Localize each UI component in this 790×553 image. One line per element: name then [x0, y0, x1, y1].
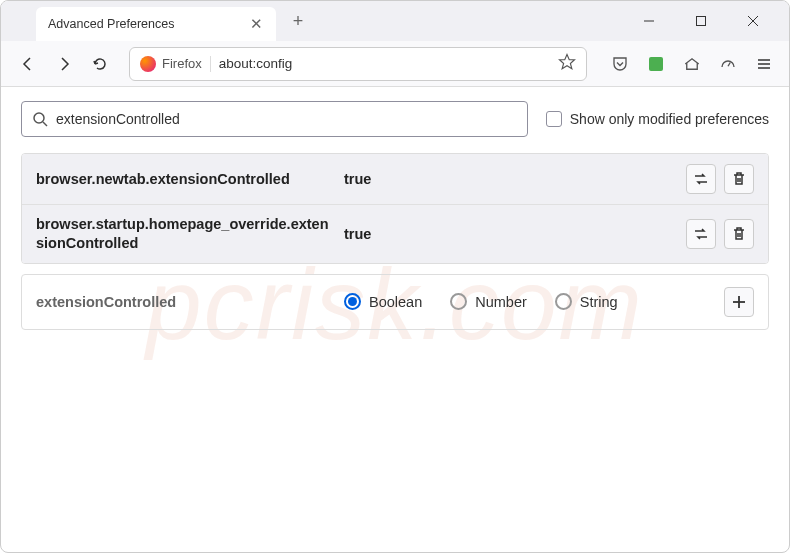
firefox-icon: [140, 56, 156, 72]
forward-button[interactable]: [47, 47, 81, 81]
svg-rect-1: [697, 17, 706, 26]
close-tab-icon[interactable]: ✕: [248, 16, 264, 32]
radio-icon: [450, 293, 467, 310]
svg-rect-5: [649, 57, 663, 71]
pref-actions: [686, 164, 754, 194]
delete-button[interactable]: [724, 164, 754, 194]
svg-marker-4: [560, 54, 575, 68]
url-text: about:config: [219, 56, 558, 71]
delete-button[interactable]: [724, 219, 754, 249]
toggle-button[interactable]: [686, 164, 716, 194]
search-box[interactable]: [21, 101, 528, 137]
search-icon: [32, 111, 48, 127]
add-button[interactable]: [724, 287, 754, 317]
search-row: Show only modified preferences: [21, 101, 769, 137]
browser-tab[interactable]: Advanced Preferences ✕: [36, 7, 276, 41]
toolbar-icons: [605, 49, 779, 79]
pref-value: true: [336, 226, 686, 242]
radio-icon: [555, 293, 572, 310]
maximize-button[interactable]: [687, 7, 715, 35]
bookmark-star-icon[interactable]: [558, 53, 576, 75]
back-button[interactable]: [11, 47, 45, 81]
type-radio-group: Boolean Number String: [336, 293, 724, 310]
radio-icon: [344, 293, 361, 310]
radio-label: Boolean: [369, 294, 422, 310]
radio-label: String: [580, 294, 618, 310]
pref-value: true: [336, 171, 686, 187]
identity-label: Firefox: [162, 56, 202, 71]
svg-point-10: [34, 113, 44, 123]
pref-name: browser.newtab.extensionControlled: [36, 170, 336, 189]
prefs-list: browser.newtab.extensionControlled true …: [21, 153, 769, 264]
pref-actions: [686, 219, 754, 249]
menu-icon[interactable]: [749, 49, 779, 79]
pref-name: browser.startup.homepage_override.extens…: [36, 215, 336, 253]
url-bar[interactable]: Firefox about:config: [129, 47, 587, 81]
radio-number[interactable]: Number: [450, 293, 527, 310]
pocket-icon[interactable]: [605, 49, 635, 79]
radio-string[interactable]: String: [555, 293, 618, 310]
radio-boolean[interactable]: Boolean: [344, 293, 422, 310]
extension-icon[interactable]: [641, 49, 671, 79]
minimize-button[interactable]: [635, 7, 663, 35]
titlebar: Advanced Preferences ✕ +: [1, 1, 789, 41]
radio-label: Number: [475, 294, 527, 310]
dashboard-icon[interactable]: [713, 49, 743, 79]
svg-line-11: [43, 122, 47, 126]
pref-row: browser.newtab.extensionControlled true: [22, 154, 768, 205]
reload-button[interactable]: [83, 47, 117, 81]
search-input[interactable]: [56, 111, 517, 127]
show-only-modified[interactable]: Show only modified preferences: [546, 111, 769, 127]
account-icon[interactable]: [677, 49, 707, 79]
svg-line-6: [728, 62, 730, 66]
toolbar: Firefox about:config: [1, 41, 789, 87]
window-controls: [635, 7, 789, 35]
checkbox-label: Show only modified preferences: [570, 111, 769, 127]
toggle-button[interactable]: [686, 219, 716, 249]
add-pref-name: extensionControlled: [36, 294, 336, 310]
checkbox-icon[interactable]: [546, 111, 562, 127]
new-tab-button[interactable]: +: [284, 7, 312, 35]
pref-row: browser.startup.homepage_override.extens…: [22, 205, 768, 263]
site-identity[interactable]: Firefox: [140, 56, 211, 72]
tab-title: Advanced Preferences: [48, 17, 174, 31]
close-window-button[interactable]: [739, 7, 767, 35]
content-area: Show only modified preferences browser.n…: [1, 87, 789, 344]
add-pref-row: extensionControlled Boolean Number Strin…: [21, 274, 769, 330]
